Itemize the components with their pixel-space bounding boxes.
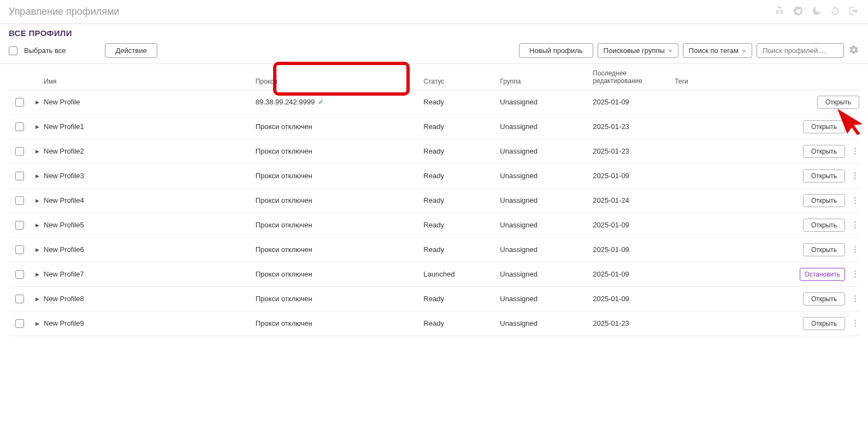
proxy-text: 89.38.99.242:9999 — [256, 98, 315, 106]
last-edit-cell: 2025-01-09 — [593, 295, 675, 303]
col-proxy: Прокси — [256, 78, 424, 85]
open-button[interactable]: Открыть — [803, 145, 845, 158]
row-checkbox[interactable] — [15, 196, 24, 205]
last-edit-cell: 2025-01-23 — [593, 147, 675, 155]
kebab-menu-icon[interactable] — [848, 197, 859, 204]
last-edit-cell: 2025-01-23 — [593, 122, 675, 131]
profile-name[interactable]: New Profile5 — [44, 221, 256, 229]
open-button[interactable]: Открыть — [803, 219, 845, 232]
col-tags: Теги — [675, 78, 799, 85]
action-button[interactable]: Действие — [105, 43, 157, 58]
gear-icon[interactable] — [848, 44, 859, 57]
group-cell: Unassigned — [500, 221, 593, 229]
expand-caret-icon[interactable]: ▶ — [36, 173, 39, 179]
moon-icon[interactable] — [811, 5, 822, 18]
col-name: Имя — [44, 78, 256, 85]
proxy-cell: Прокси отключен — [256, 172, 424, 180]
kebab-menu-icon[interactable] — [848, 221, 859, 228]
profile-name[interactable]: New Profile3 — [44, 172, 256, 180]
kebab-menu-icon[interactable] — [848, 123, 859, 130]
expand-caret-icon[interactable]: ▶ — [36, 124, 39, 130]
expand-caret-icon[interactable]: ▶ — [36, 222, 39, 228]
logout-icon[interactable] — [848, 5, 859, 18]
last-edit-cell: 2025-01-09 — [593, 221, 675, 229]
profile-name[interactable]: New Profile1 — [44, 122, 256, 131]
kebab-menu-icon[interactable] — [848, 246, 859, 253]
group-cell: Unassigned — [500, 245, 593, 254]
table-row: ▶New Profile1Прокси отключенReadyUnassig… — [9, 115, 859, 139]
row-checkbox[interactable] — [15, 221, 24, 230]
row-checkbox[interactable] — [15, 98, 24, 107]
status-cell: Ready — [423, 319, 500, 327]
section-title: ВСЕ ПРОФИЛИ — [9, 28, 859, 38]
open-button[interactable]: Открыть — [803, 243, 845, 256]
table-row: ▶New Profile3Прокси отключенReadyUnassig… — [9, 164, 859, 189]
proxy-text: Прокси отключен — [256, 172, 312, 180]
open-button[interactable]: Открыть — [817, 96, 859, 109]
search-tags-label: Поиск по тегам — [689, 46, 739, 55]
row-checkbox[interactable] — [15, 122, 24, 131]
expand-caret-icon[interactable]: ▶ — [36, 321, 39, 326]
row-checkbox[interactable] — [15, 295, 24, 303]
expand-caret-icon[interactable]: ▶ — [36, 247, 39, 253]
last-edit-cell: 2025-01-09 — [593, 270, 675, 278]
table-row: ▶New Profile7Прокси отключенLaunchedUnas… — [9, 262, 859, 287]
chevron-down-icon — [668, 49, 672, 53]
header-icons — [774, 5, 859, 18]
search-profiles-input[interactable] — [757, 43, 844, 58]
row-checkbox[interactable] — [15, 172, 24, 180]
col-last-edit: Последнее редактирование — [593, 69, 675, 85]
expand-caret-icon[interactable]: ▶ — [36, 99, 39, 105]
table-row: ▶New Profile89.38.99.242:9999✓ReadyUnass… — [9, 90, 859, 115]
profile-name[interactable]: New Profile2 — [44, 147, 256, 155]
profile-name[interactable]: New Profile7 — [44, 270, 256, 278]
row-checkbox[interactable] — [15, 245, 24, 254]
expand-caret-icon[interactable]: ▶ — [36, 296, 39, 302]
row-checkbox[interactable] — [15, 270, 24, 279]
group-cell: Unassigned — [500, 295, 593, 303]
open-button[interactable]: Открыть — [803, 194, 845, 207]
expand-caret-icon[interactable]: ▶ — [36, 198, 39, 203]
profile-name[interactable]: New Profile4 — [44, 196, 256, 204]
last-edit-cell: 2025-01-24 — [593, 196, 675, 204]
telegram-icon[interactable] — [793, 5, 804, 18]
kebab-menu-icon[interactable] — [848, 320, 859, 327]
table-row: ▶New Profile5Прокси отключенReadyUnassig… — [9, 213, 859, 238]
profile-name[interactable]: New Profile8 — [44, 295, 256, 303]
proxy-text: Прокси отключен — [256, 319, 312, 327]
proxy-text: Прокси отключен — [256, 221, 312, 229]
recycle-icon[interactable] — [774, 5, 785, 18]
status-cell: Ready — [423, 295, 500, 303]
new-profile-button[interactable]: Новый профиль — [519, 43, 593, 58]
open-button[interactable]: Открыть — [803, 317, 845, 330]
kebab-menu-icon[interactable] — [848, 148, 859, 155]
profile-name[interactable]: New Profile — [44, 98, 256, 106]
profile-name[interactable]: New Profile6 — [44, 245, 256, 254]
stop-button[interactable]: Остановить — [800, 268, 846, 281]
col-group: Группа — [500, 78, 593, 85]
search-tags-dropdown[interactable]: Поиск по тегам — [683, 43, 752, 58]
status-cell: Ready — [423, 221, 500, 229]
kebab-menu-icon[interactable] — [848, 172, 859, 179]
expand-caret-icon[interactable]: ▶ — [36, 149, 39, 154]
group-cell: Unassigned — [500, 319, 593, 327]
row-checkbox[interactable] — [15, 319, 24, 328]
status-cell: Ready — [423, 98, 500, 106]
check-icon: ✓ — [318, 98, 324, 106]
proxy-text: Прокси отключен — [256, 245, 312, 254]
open-button[interactable]: Открыть — [803, 120, 845, 133]
last-edit-cell: 2025-01-09 — [593, 245, 675, 254]
kebab-menu-icon[interactable] — [848, 271, 859, 278]
status-cell: Launched — [423, 270, 500, 278]
open-button[interactable]: Открыть — [803, 169, 845, 183]
proxy-cell: Прокси отключен — [256, 319, 424, 327]
select-all-checkbox[interactable] — [9, 46, 17, 55]
row-checkbox[interactable] — [15, 147, 24, 156]
last-edit-cell: 2025-01-09 — [593, 98, 675, 106]
refresh-icon[interactable] — [830, 5, 841, 18]
profile-name[interactable]: New Profile9 — [44, 319, 256, 327]
search-groups-dropdown[interactable]: Поисковые группы — [598, 43, 678, 58]
open-button[interactable]: Открыть — [803, 292, 845, 306]
expand-caret-icon[interactable]: ▶ — [36, 272, 39, 277]
kebab-menu-icon[interactable] — [848, 295, 859, 302]
